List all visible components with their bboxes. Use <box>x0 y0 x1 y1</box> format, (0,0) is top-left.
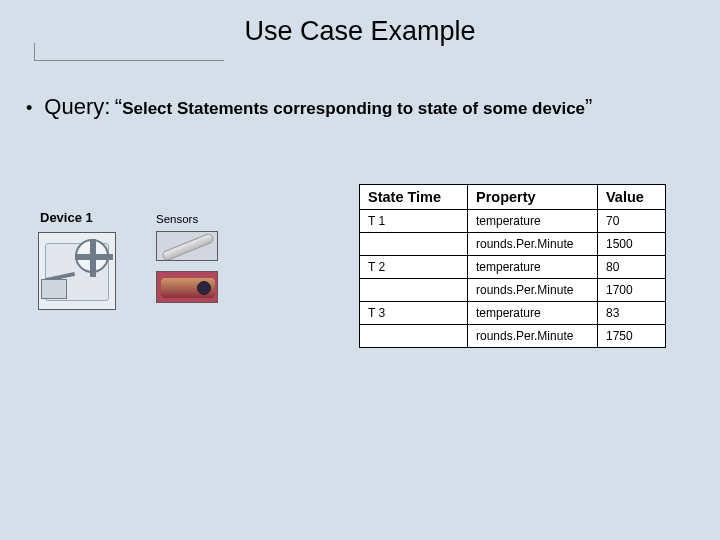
device-image <box>38 232 116 310</box>
cell-state-time: T 3 <box>360 302 468 325</box>
cell-property: temperature <box>468 210 598 233</box>
sensor-image-2 <box>156 271 218 303</box>
table-row: T 1 temperature 70 <box>360 210 666 233</box>
table-row: T 3 temperature 83 <box>360 302 666 325</box>
cell-value: 70 <box>598 210 666 233</box>
table-row: T 2 temperature 80 <box>360 256 666 279</box>
cell-value: 83 <box>598 302 666 325</box>
title-underline <box>34 60 224 61</box>
cell-value: 80 <box>598 256 666 279</box>
state-table: State Time Property Value T 1 temperatur… <box>359 184 666 348</box>
close-quote: ” <box>585 94 592 119</box>
cell-value: 1500 <box>598 233 666 256</box>
cell-state-time: T 1 <box>360 210 468 233</box>
cell-state-time <box>360 279 468 302</box>
cell-property: rounds.Per.Minute <box>468 233 598 256</box>
cell-value: 1700 <box>598 279 666 302</box>
page-title: Use Case Example <box>244 16 475 46</box>
cell-property: rounds.Per.Minute <box>468 279 598 302</box>
table-row: rounds.Per.Minute 1700 <box>360 279 666 302</box>
table-header-row: State Time Property Value <box>360 185 666 210</box>
device-label: Device 1 <box>40 210 93 225</box>
cell-state-time <box>360 325 468 348</box>
th-value: Value <box>598 185 666 210</box>
cell-state-time: T 2 <box>360 256 468 279</box>
th-property: Property <box>468 185 598 210</box>
table-row: rounds.Per.Minute 1750 <box>360 325 666 348</box>
sensors-label: Sensors <box>156 213 198 225</box>
bullet-icon: • <box>26 99 32 117</box>
cell-property: rounds.Per.Minute <box>468 325 598 348</box>
query-text: Select Statements corresponding to state… <box>122 99 585 118</box>
cell-property: temperature <box>468 256 598 279</box>
table-row: rounds.Per.Minute 1500 <box>360 233 666 256</box>
cell-property: temperature <box>468 302 598 325</box>
cell-value: 1750 <box>598 325 666 348</box>
query-bullet: • Query: “Select Statements correspondin… <box>26 94 592 120</box>
cell-state-time <box>360 233 468 256</box>
th-state-time: State Time <box>360 185 468 210</box>
sensor-image-1 <box>156 231 218 261</box>
query-label: Query: <box>44 94 110 119</box>
